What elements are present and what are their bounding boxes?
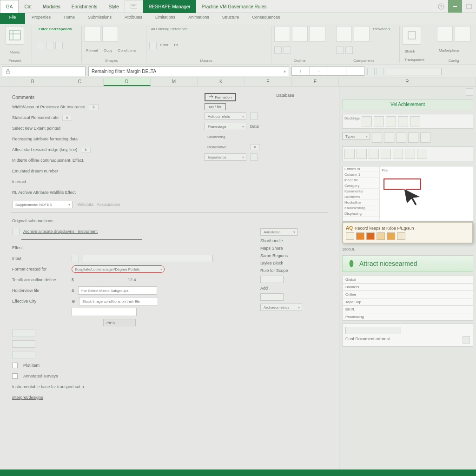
sp-f3[interactable] xyxy=(396,132,406,143)
ribbon-tab-5[interactable]: Limitations xyxy=(149,13,182,24)
shrink-btn[interactable] xyxy=(403,26,421,45)
col-d[interactable]: D xyxy=(104,78,151,86)
macro-ico-1[interactable] xyxy=(149,42,157,49)
right-tool-1[interactable] xyxy=(367,68,375,75)
macro-filter[interactable]: Filter xyxy=(159,42,171,49)
formula-box[interactable]: Remaining filter: Margin DELTA ▾ xyxy=(88,66,289,76)
shape-thumb-2[interactable] xyxy=(102,26,118,42)
flag-a0[interactable]: ※ xyxy=(89,104,99,110)
views-button[interactable] xyxy=(6,26,24,45)
sp-r2-7[interactable] xyxy=(417,149,427,159)
sp-f4[interactable] xyxy=(408,132,418,143)
f2-icon[interactable] xyxy=(72,255,79,262)
ribbon-tab-1[interactable]: Properties xyxy=(25,13,57,24)
sl2-1[interactable]: Banners xyxy=(342,284,473,291)
seg-1[interactable]: T xyxy=(291,66,310,76)
sw-5[interactable] xyxy=(387,232,395,240)
sp-r2-6[interactable] xyxy=(405,149,415,159)
chk-annotated[interactable] xyxy=(12,373,18,379)
col-k[interactable]: K xyxy=(198,78,245,86)
file-tab-3[interactable]: Enrichments xyxy=(66,0,103,13)
f5-input[interactable] xyxy=(78,286,157,295)
setfile-btn[interactable]: set / file xyxy=(205,103,226,110)
pl-6[interactable]: Hooksline xyxy=(343,200,379,205)
pl-7[interactable]: Kaduschtorg xyxy=(343,205,379,211)
cbtn-0[interactable]: Annotated xyxy=(260,228,298,236)
sp-r2-1[interactable] xyxy=(344,149,355,159)
link2[interactable]: interpret/designs xyxy=(12,395,43,400)
sp-r2-5[interactable] xyxy=(393,149,403,159)
sw-6[interactable] xyxy=(397,232,405,240)
file-tab-4[interactable]: Style xyxy=(103,0,124,13)
comp-t2[interactable] xyxy=(354,26,370,42)
format-btn[interactable]: Format xyxy=(85,47,100,53)
minimize-button[interactable] xyxy=(448,0,462,13)
pl-8[interactable]: Displacing xyxy=(343,211,379,217)
ribbon-tab-2[interactable]: Home xyxy=(57,13,81,24)
cbtn-8[interactable] xyxy=(260,293,284,301)
sl2-5[interactable]: Processing xyxy=(342,313,473,321)
outline-t1[interactable] xyxy=(274,26,290,42)
col-b[interactable]: B xyxy=(9,78,56,86)
chevron-down-icon[interactable]: ▾ xyxy=(284,69,286,74)
ribbon-tab-6[interactable]: Animations xyxy=(182,13,216,24)
attract-banner[interactable]: Attract nicesearmed xyxy=(342,255,473,272)
file-tab-1[interactable]: Cat xyxy=(19,0,37,13)
bottom-expand-icon[interactable] xyxy=(463,336,470,344)
comp-t1[interactable] xyxy=(336,26,352,42)
sw-3[interactable] xyxy=(366,232,375,240)
sp-r2-3[interactable] xyxy=(369,149,379,159)
outline-link[interactable]: Archive allocate dropdowns · Instrument xyxy=(23,229,98,234)
col-f[interactable]: F xyxy=(292,78,339,86)
ribbon-tab-file[interactable]: File xyxy=(0,13,25,24)
flag-a1[interactable]: ※ xyxy=(62,115,72,121)
sw-2[interactable] xyxy=(356,232,364,240)
c2-pair1a[interactable]: Autocorrelate xyxy=(205,112,246,120)
sp-tool-3[interactable] xyxy=(386,116,396,126)
bottom-drop[interactable] xyxy=(345,327,401,334)
c2-pair2a[interactable]: Planestage xyxy=(205,123,246,130)
chk-plot[interactable] xyxy=(12,363,18,368)
sp-collapse-icon[interactable] xyxy=(466,88,473,96)
filter-icon-3[interactable] xyxy=(55,42,63,49)
f6-input[interactable] xyxy=(79,297,158,305)
sp-tool-2[interactable] xyxy=(374,116,384,126)
sl2-3[interactable]: Tape Hop xyxy=(342,298,473,306)
right-tool-2[interactable] xyxy=(377,68,384,75)
corner[interactable] xyxy=(0,78,9,86)
pl-1[interactable]: Column 1 xyxy=(343,172,379,178)
col-e[interactable]: E xyxy=(245,78,291,86)
sp-filter[interactable]: Types xyxy=(342,132,370,140)
col-m[interactable]: M xyxy=(151,78,198,86)
outline-t2[interactable] xyxy=(292,26,308,42)
pl-5[interactable]: Doctrines xyxy=(343,194,379,200)
pl-0[interactable]: Entries in xyxy=(343,166,379,172)
preview-canvas[interactable]: File xyxy=(380,166,473,221)
help-button[interactable]: ? xyxy=(434,0,448,13)
name-box[interactable] xyxy=(2,66,86,76)
popout-button[interactable] xyxy=(462,0,476,13)
file-tab-0[interactable]: GA xyxy=(0,0,19,13)
preview-tab[interactable]: File xyxy=(382,168,388,172)
ribbon-tab-7[interactable]: Structure xyxy=(216,13,246,24)
outline-i1[interactable] xyxy=(274,46,282,54)
c2-p5-i[interactable] xyxy=(250,153,258,161)
shape-thumb-1[interactable] xyxy=(85,26,100,42)
flag-a4[interactable]: ※ xyxy=(81,147,91,153)
file-tab-2[interactable]: Modules xyxy=(37,0,66,13)
sp-f5[interactable] xyxy=(420,132,430,143)
sl2-4[interactable]: Bill R. xyxy=(342,306,473,313)
seg-4[interactable] xyxy=(346,66,364,76)
file-tab-5[interactable] xyxy=(125,0,143,13)
c2-p4c[interactable]: ※ xyxy=(250,144,260,150)
sp-tool-1[interactable] xyxy=(362,116,372,126)
formation-btn[interactable]: Formation xyxy=(205,93,236,101)
right-tool-drop[interactable] xyxy=(386,68,442,75)
seg-2[interactable]: ∙ xyxy=(310,66,328,76)
outline-t3[interactable] xyxy=(310,26,325,42)
sp-tool-4[interactable] xyxy=(398,116,408,126)
f2-dropdown[interactable] xyxy=(83,255,213,262)
c2-pair5a[interactable]: Importance xyxy=(205,153,246,161)
outline-icon[interactable] xyxy=(12,228,20,235)
f3-pill-highlighted[interactable]: Ecogitate/Lockmanager/Degree Portals xyxy=(72,265,165,273)
